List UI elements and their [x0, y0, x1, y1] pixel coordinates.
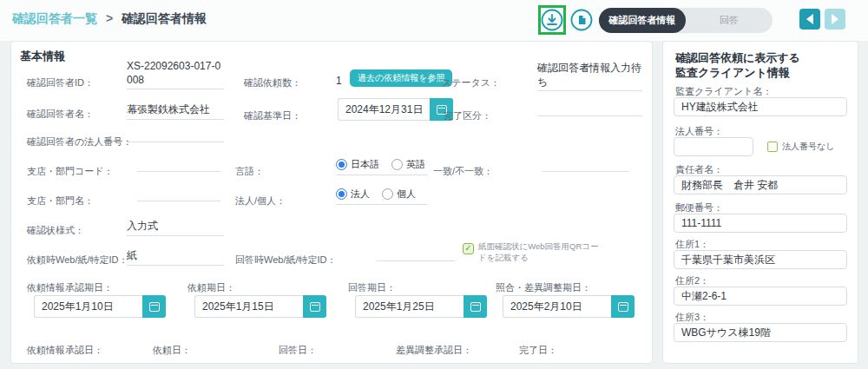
branch-code-label: 支店・部門コード： — [27, 165, 114, 178]
match-value[interactable] — [542, 158, 629, 172]
completion-value[interactable] — [537, 102, 642, 116]
base-date-value[interactable]: 2024年12月31日 — [338, 98, 430, 121]
entity-option-individual[interactable]: 個人 — [382, 188, 416, 201]
address3-label: 住所3： — [675, 311, 709, 324]
qr-checkbox-label: 紙面確認状にWeb回答用QRコードを記載する — [478, 241, 602, 264]
entity-option-label: 個人 — [397, 188, 416, 201]
previous-record-button[interactable] — [799, 9, 820, 30]
address3-input[interactable]: WBGサウス棟19階 — [674, 323, 847, 342]
tab-respondent-info[interactable]: 確認回答者情報 — [599, 8, 686, 33]
reconciliation-deadline-input[interactable]: 2025年2月10日 — [503, 295, 635, 318]
response-deadline-value[interactable]: 2025年1月25日 — [355, 295, 464, 318]
audit-client-panel: 確認回答依頼に表示する 監査クライアント情報 監査クライアント名： HY建設株式… — [662, 41, 858, 364]
basic-info-panel: 基本情報 確認回答者ID： XS-22092603-017-0008 確認依頼数… — [10, 41, 653, 364]
request-deadline-picker-button[interactable] — [303, 295, 326, 318]
difference-approval-date-label: 差異調整承認日： — [396, 344, 472, 357]
document-copy-icon — [570, 9, 593, 31]
entity-option-corporate[interactable]: 法人 — [336, 188, 370, 201]
form-type-label: 確認状様式： — [27, 224, 84, 237]
response-id-label: 回答時Web/紙/特定ID： — [235, 254, 337, 267]
status-value[interactable]: 確認回答者情報入力待ち — [537, 61, 642, 91]
radio-unselected-icon — [391, 159, 403, 170]
calendar-icon — [618, 302, 628, 312]
client-corp-number-input[interactable] — [674, 137, 753, 156]
corp-number-label: 確認回答者の法人番号： — [27, 135, 132, 148]
status-label: ステータス： — [442, 76, 500, 89]
no-corp-number-checkbox[interactable]: 法人番号なし — [767, 141, 834, 153]
request-deadline-input[interactable]: 2025年1月15日 — [194, 295, 326, 318]
breadcrumb-separator: > — [106, 11, 113, 25]
calendar-icon — [470, 302, 481, 312]
entity-option-label: 法人 — [351, 188, 370, 201]
language-label: 言語： — [235, 165, 264, 178]
branch-name-value[interactable] — [137, 188, 220, 201]
approval-deadline-picker-button[interactable] — [142, 295, 166, 318]
branch-code-value[interactable] — [137, 158, 220, 172]
branch-name-label: 支店・部門名： — [27, 194, 94, 208]
next-record-button[interactable] — [825, 9, 845, 30]
approval-deadline-input[interactable]: 2025年1月10日 — [34, 295, 166, 318]
address1-input[interactable]: 千葉県千葉市美浜区 — [674, 250, 847, 269]
response-date-label: 回答日： — [279, 344, 317, 357]
copy-report-button[interactable] — [570, 9, 593, 31]
radio-unselected-icon — [382, 188, 393, 200]
client-name-input[interactable]: HY建設株式会社 — [674, 97, 847, 116]
entity-label: 法人/個人： — [235, 194, 286, 208]
language-option-english[interactable]: 英語 — [391, 158, 425, 171]
respondent-id-label: 確認回答者ID： — [27, 76, 94, 89]
chevron-right-icon — [832, 14, 838, 24]
address2-label: 住所2： — [675, 274, 709, 287]
respondent-name-value[interactable]: 幕張製鉄株式会社 — [127, 102, 224, 120]
request-deadline-value[interactable]: 2025年1月15日 — [194, 295, 303, 318]
response-deadline-input[interactable]: 2025年1月25日 — [355, 295, 487, 318]
postal-code-input[interactable]: 111-1111 — [674, 214, 847, 233]
response-deadline-picker-button[interactable] — [464, 295, 487, 318]
request-count-label: 確認依頼数： — [244, 76, 301, 89]
response-id-value[interactable] — [376, 247, 456, 261]
approval-date-label: 依頼情報承認日： — [27, 344, 103, 357]
request-date-label: 依頼日： — [153, 344, 191, 357]
reconciliation-deadline-picker-button[interactable] — [611, 295, 635, 318]
download-icon[interactable] — [541, 9, 563, 31]
approval-deadline-value[interactable]: 2025年1月10日 — [34, 295, 142, 318]
language-radio-group: 日本語 英語 — [336, 158, 428, 175]
postal-code-label: 郵便番号： — [675, 201, 723, 214]
client-name-label: 監査クライアント名： — [675, 85, 773, 98]
manager-name-input[interactable]: 財務部長 倉井 安都 — [674, 175, 847, 194]
match-label: 一致/不一致： — [433, 165, 493, 178]
completion-date-label: 完了日： — [519, 344, 557, 357]
language-option-japanese[interactable]: 日本語 — [336, 158, 379, 171]
breadcrumb-parent-link[interactable]: 確認回答者一覧 — [12, 11, 97, 25]
language-option-label: 日本語 — [351, 158, 379, 171]
calendar-icon — [149, 302, 160, 312]
side-panel-title-line1: 確認回答依頼に表示する — [675, 50, 800, 66]
base-date-label: 確認基準日： — [244, 109, 301, 122]
radio-selected-icon — [336, 159, 347, 170]
page-title: 確認回答者情報 — [122, 11, 207, 25]
approval-deadline-label: 依頼情報承認期日： — [27, 281, 113, 294]
checkbox-checked-icon — [463, 243, 474, 254]
request-id-value[interactable]: 紙 — [127, 248, 224, 266]
form-type-value[interactable]: 入力式 — [127, 219, 224, 236]
manager-name-label: 責任者名： — [675, 163, 723, 176]
respondent-id-value[interactable]: XS-22092603-017-0008 — [127, 59, 224, 89]
top-bar: 確認回答者一覧 > 確認回答者情報 確認回答者情報 回答 — [0, 0, 868, 41]
radio-selected-icon — [336, 188, 347, 200]
tab-response[interactable]: 回答 — [686, 8, 773, 33]
qr-code-checkbox[interactable]: 紙面確認状にWeb回答用QRコードを記載する — [463, 241, 602, 264]
base-date-input[interactable]: 2024年12月31日 — [338, 98, 453, 121]
request-count-value: 1 — [336, 75, 342, 87]
past-requests-button[interactable]: 過去の依頼情報を参照 — [350, 69, 452, 87]
no-corp-number-label: 法人番号なし — [782, 141, 834, 153]
address1-label: 住所1： — [675, 238, 709, 251]
breadcrumb: 確認回答者一覧 > 確認回答者情報 — [12, 11, 207, 27]
entity-radio-group: 法人 個人 — [336, 188, 428, 205]
corp-number-value[interactable] — [127, 128, 224, 142]
reconciliation-deadline-value[interactable]: 2025年2月10日 — [503, 295, 611, 318]
client-corp-number-label: 法人番号： — [675, 125, 723, 138]
response-deadline-label: 回答期日： — [348, 281, 396, 294]
chevron-left-icon — [806, 14, 813, 24]
language-option-label: 英語 — [406, 158, 425, 171]
address2-input[interactable]: 中瀬2-6-1 — [674, 287, 847, 306]
section-title: 基本情報 — [20, 49, 65, 64]
